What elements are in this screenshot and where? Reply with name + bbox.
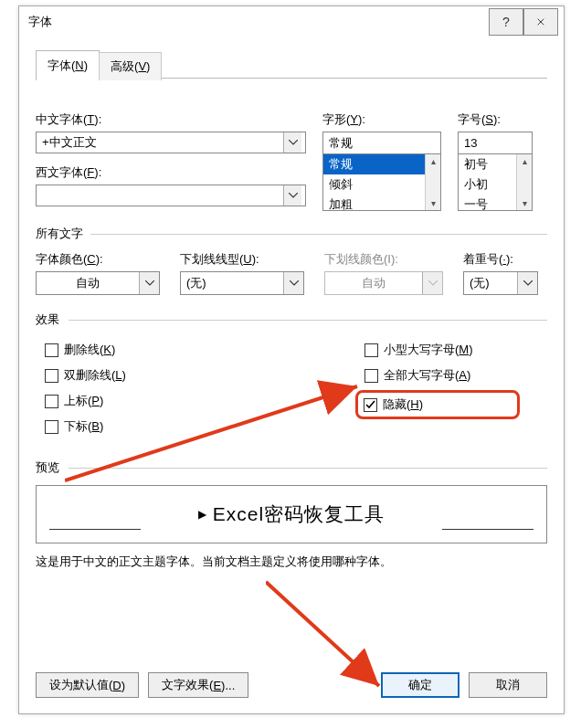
size-label: 字号(S): [458, 111, 533, 128]
chevron-down-icon [283, 132, 301, 153]
checkbox-subscript[interactable]: 下标(B) [45, 418, 310, 435]
ok-button[interactable]: 确定 [381, 672, 460, 698]
checkbox-icon [45, 343, 58, 357]
scrollbar[interactable]: ▴▾ [516, 154, 532, 210]
checkbox-icon [45, 369, 58, 383]
list-item[interactable]: 倾斜 [323, 174, 440, 195]
tab-font[interactable]: 字体(N) [36, 50, 100, 80]
cancel-button[interactable]: 取消 [469, 672, 547, 698]
checkbox-superscript[interactable]: 上标(P) [45, 393, 310, 409]
checkbox-icon [45, 420, 58, 434]
list-item[interactable]: 加粗 [323, 195, 440, 211]
dialog-footer: 设为默认值(D) 文字效果(E)... 确定 取消 [19, 666, 564, 713]
description-text: 这是用于中文的正文主题字体。当前文档主题定义将使用哪种字体。 [36, 553, 547, 571]
help-button[interactable]: ? [489, 8, 523, 36]
dialog-title: 字体 [28, 14, 489, 30]
underline-color-label: 下划线颜色(I): [324, 251, 443, 268]
checkbox-icon [364, 398, 377, 412]
emphasis-label: 着重号(·): [463, 251, 538, 268]
underline-color-combo: 自动 [324, 271, 443, 295]
preview-box: ▶ Excel密码恢复工具 [36, 485, 547, 543]
chevron-down-icon [517, 272, 537, 294]
style-input[interactable]: 常规 [322, 132, 441, 153]
group-effects: 效果 [36, 311, 547, 328]
chevron-down-icon [283, 185, 301, 206]
latin-font-combo[interactable] [36, 185, 306, 206]
checkbox-strikethrough[interactable]: 删除线(K) [45, 342, 310, 358]
close-icon [537, 16, 544, 27]
set-default-button[interactable]: 设为默认值(D) [36, 672, 139, 698]
list-item[interactable]: 常规 [323, 154, 440, 174]
font-color-combo[interactable]: 自动 [36, 271, 160, 295]
chinese-font-label: 中文字体(T): [36, 111, 306, 128]
preview-text: Excel密码恢复工具 [213, 501, 385, 527]
text-effects-button[interactable]: 文字效果(E)... [148, 672, 248, 698]
close-button[interactable] [523, 8, 558, 36]
checkbox-icon [364, 343, 378, 357]
checkbox-all-caps[interactable]: 全部大写字母(A) [364, 367, 520, 384]
scrollbar[interactable]: ▴▾ [425, 154, 440, 210]
chevron-down-icon [139, 272, 159, 294]
chevron-down-icon [283, 272, 303, 294]
style-label: 字形(Y): [322, 111, 441, 128]
style-listbox[interactable]: 常规 倾斜 加粗 ▴▾ [322, 153, 441, 211]
chinese-font-value: +中文正文 [42, 134, 97, 151]
tab-pane: 中文字体(T): +中文正文 西文字体(F): 字形(Y): [36, 80, 547, 654]
underline-style-combo[interactable]: (无) [180, 271, 304, 295]
checkbox-small-caps[interactable]: 小型大写字母(M) [364, 342, 520, 358]
font-dialog: 字体 ? 字体(N) 高级(V) 中文字体(T): +中文正文 [18, 5, 565, 714]
size-listbox[interactable]: 初号 小初 一号 ▴▾ [458, 153, 533, 211]
chinese-font-combo[interactable]: +中文正文 [36, 132, 306, 153]
group-all-text: 所有文字 [36, 226, 547, 242]
play-icon: ▶ [198, 508, 207, 521]
chevron-down-icon [422, 272, 442, 294]
checkbox-icon [364, 369, 378, 383]
group-preview: 预览 [36, 459, 547, 476]
annotation-highlight-hidden: 隐藏(H) [355, 390, 520, 419]
latin-font-label: 西文字体(F): [36, 164, 306, 181]
tabs: 字体(N) 高级(V) [36, 50, 547, 80]
emphasis-combo[interactable]: (无) [463, 271, 538, 295]
tab-advanced[interactable]: 高级(V) [99, 52, 162, 80]
titlebar: 字体 ? [19, 6, 564, 37]
checkbox-hidden[interactable]: 隐藏(H) [364, 396, 466, 413]
underline-style-label: 下划线线型(U): [180, 251, 304, 268]
size-input[interactable]: 13 [458, 132, 533, 153]
checkbox-double-strikethrough[interactable]: 双删除线(L) [45, 367, 310, 384]
dialog-content: 字体(N) 高级(V) 中文字体(T): +中文正文 西文字体(F): [19, 37, 564, 666]
font-color-label: 字体颜色(C): [36, 251, 160, 268]
checkbox-icon [45, 395, 58, 408]
